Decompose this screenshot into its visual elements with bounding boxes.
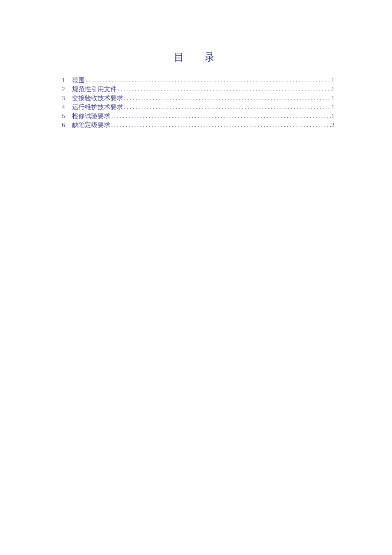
toc-item: 5 检修试验要求 1 — [62, 112, 334, 121]
toc-leader-dots — [123, 103, 331, 112]
toc-title: 目录 — [62, 50, 334, 64]
toc-item: 3 交接验收技术要求 1 — [62, 94, 334, 103]
toc-entry-page: 1 — [331, 112, 335, 121]
toc-entry-label: 缺陷定级要求 — [72, 121, 110, 130]
toc-leader-dots — [85, 76, 331, 85]
toc-item: 1 范围 1 — [62, 76, 334, 85]
page-content: 目录 1 范围 1 2 规范性引用文件 1 3 交接验收技术要求 1 4 运行维… — [0, 0, 392, 130]
toc-entry-number: 3 — [62, 94, 72, 103]
toc-entry-number: 6 — [62, 121, 72, 130]
toc-leader-dots — [117, 85, 331, 94]
toc-item: 2 规范性引用文件 1 — [62, 85, 334, 94]
toc-leader-dots — [110, 121, 331, 130]
toc-entry-number: 5 — [62, 112, 72, 121]
toc-entry-page: 1 — [331, 85, 335, 94]
toc-entry-number: 2 — [62, 85, 72, 94]
toc-list: 1 范围 1 2 规范性引用文件 1 3 交接验收技术要求 1 4 运行维护技术… — [62, 76, 334, 130]
toc-leader-dots — [123, 94, 331, 103]
toc-item: 6 缺陷定级要求 2 — [62, 121, 334, 130]
toc-entry-page: 1 — [331, 76, 335, 85]
toc-entry-label: 交接验收技术要求 — [72, 94, 123, 103]
toc-entry-label: 检修试验要求 — [72, 112, 110, 121]
toc-entry-page: 1 — [331, 94, 335, 103]
toc-entry-page: 1 — [331, 103, 335, 112]
toc-entry-label: 运行维护技术要求 — [72, 103, 123, 112]
toc-leader-dots — [110, 112, 331, 121]
toc-entry-page: 2 — [331, 121, 335, 130]
toc-entry-label: 规范性引用文件 — [72, 85, 117, 94]
toc-entry-number: 1 — [62, 76, 72, 85]
toc-item: 4 运行维护技术要求 1 — [62, 103, 334, 112]
toc-entry-number: 4 — [62, 103, 72, 112]
toc-entry-label: 范围 — [72, 76, 85, 85]
